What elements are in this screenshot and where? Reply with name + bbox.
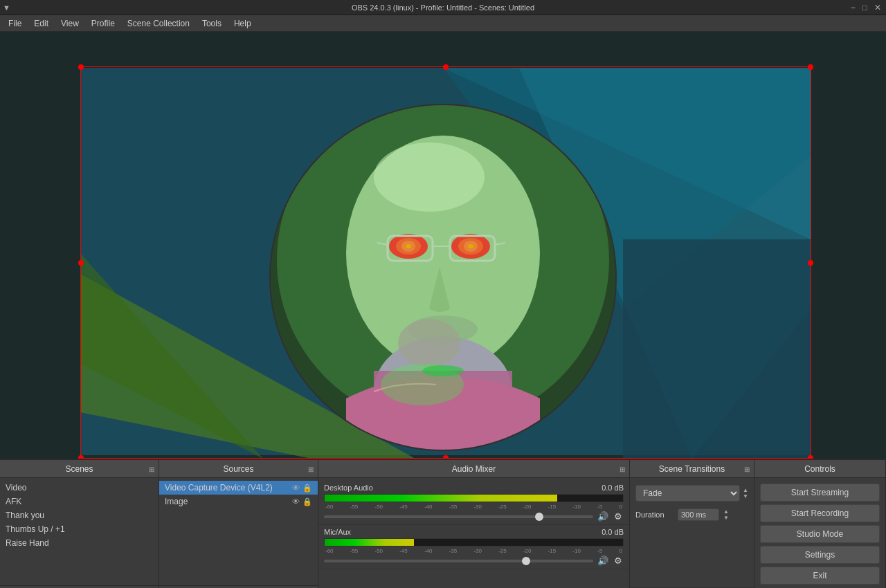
menu-file[interactable]: File	[3, 17, 27, 30]
scene-item-thankyou[interactable]: Thank you	[0, 508, 159, 522]
desktop-audio-bar	[325, 495, 557, 502]
mic-volume-thumb[interactable]	[522, 557, 530, 565]
source-item-image[interactable]: Image 👁 🔒	[159, 495, 318, 508]
tick: -55	[350, 504, 359, 510]
mic-settings-button[interactable]: ⚙	[613, 555, 624, 566]
desktop-audio-label: Desktop Audio	[324, 484, 373, 492]
audio-channel-mic-header: Mic/Aux 0.0 dB	[324, 528, 624, 536]
menu-help[interactable]: Help	[228, 17, 257, 30]
desktop-volume-thumb[interactable]	[535, 513, 543, 521]
controls-content: Start Streaming Start Recording Studio M…	[754, 478, 885, 588]
desktop-volume-slider[interactable]	[324, 515, 593, 518]
title-bar: ▼ OBS 24.0.3 (linux) - Profile: Untitled…	[0, 0, 886, 15]
desktop-mute-button[interactable]: 🔊	[596, 511, 610, 522]
controls-title: Controls	[804, 464, 835, 474]
tick: -5	[597, 548, 602, 554]
duration-down-arrow[interactable]: ▼	[723, 515, 729, 521]
window-minimize: ▼	[3, 3, 10, 12]
window-title: OBS 24.0.3 (linux) - Profile: Untitled -…	[352, 3, 534, 12]
transition-down-arrow[interactable]: ▼	[743, 494, 748, 499]
source-icons-video: 👁 🔒	[292, 484, 312, 493]
settings-button[interactable]: Settings	[760, 546, 880, 564]
mic-aux-meter	[324, 538, 624, 546]
tick: -20	[523, 548, 532, 554]
eye-icon[interactable]: 👁	[292, 484, 300, 493]
lock-icon-image[interactable]: 🔒	[302, 497, 312, 506]
duration-input[interactable]	[678, 508, 719, 521]
mic-mute-button[interactable]: 🔊	[596, 555, 610, 566]
start-streaming-button[interactable]: Start Streaming	[760, 484, 880, 502]
mic-aux-db: 0.0 dB	[602, 528, 624, 536]
audio-mixer-header: Audio Mixer ⊞	[318, 460, 629, 478]
sources-list: Video Capture Device (V4L2) 👁 🔒 Image 👁 …	[159, 478, 318, 585]
preview-area	[0, 32, 886, 459]
audio-mixer-panel: Audio Mixer ⊞ Desktop Audio 0.0 dB -60 -…	[318, 460, 630, 588]
desktop-audio-controls: 🔊 ⚙	[324, 511, 624, 522]
desktop-audio-meter	[324, 494, 624, 502]
menu-tools[interactable]: Tools	[197, 17, 227, 30]
tick: -50	[374, 548, 383, 554]
maximize-button[interactable]: □	[860, 3, 869, 12]
source-label-video-capture: Video Capture Device (V4L2)	[165, 483, 273, 493]
menu-edit[interactable]: Edit	[28, 17, 54, 30]
exit-button[interactable]: Exit	[760, 567, 880, 585]
tick: -5	[597, 504, 602, 510]
tick: -30	[473, 548, 482, 554]
scene-item-video[interactable]: Video	[0, 481, 159, 495]
sources-panel-header: Sources ⊞	[159, 460, 318, 478]
scene-item-raisehand[interactable]: Raise Hand	[0, 536, 159, 550]
eye-icon-image[interactable]: 👁	[292, 497, 300, 506]
transition-select-row: Fade Cut Swipe Slide ▲ ▼	[630, 481, 754, 506]
transition-select-dropdown[interactable]: Fade Cut Swipe Slide	[635, 485, 740, 502]
audio-mixer-title: Audio Mixer	[452, 464, 496, 474]
sources-footer: + − ⚙ ∧ ∨	[159, 585, 318, 588]
close-button[interactable]: ✕	[872, 3, 883, 12]
transitions-content: Fade Cut Swipe Slide ▲ ▼ Duration ▲ ▼	[630, 478, 754, 587]
controls-panel: Controls Start Streaming Start Recording…	[754, 460, 886, 588]
tick: -60	[325, 548, 334, 554]
menu-bar: File Edit View Profile Scene Collection …	[0, 15, 886, 32]
mic-aux-bar	[325, 539, 414, 546]
tick: -50	[374, 504, 383, 510]
minimize-button[interactable]: −	[849, 3, 858, 12]
tick: -15	[548, 548, 557, 554]
tick: -15	[548, 504, 557, 510]
lock-icon[interactable]: 🔒	[302, 484, 312, 493]
tick: -35	[449, 548, 458, 554]
tick: 0	[619, 548, 622, 554]
start-recording-button[interactable]: Start Recording	[760, 504, 880, 522]
audio-channel-desktop-header: Desktop Audio 0.0 dB	[324, 484, 624, 492]
desktop-audio-ticks: -60 -55 -50 -45 -40 -35 -30 -25 -20 -15 …	[324, 504, 624, 510]
duration-up-arrow[interactable]: ▲	[723, 509, 729, 515]
audio-mixer-expand-icon[interactable]: ⊞	[620, 465, 625, 472]
transitions-panel-header: Scene Transitions ⊞	[630, 460, 754, 478]
window-controls: − □ ✕	[849, 3, 883, 12]
tick: -45	[399, 504, 408, 510]
tick: -45	[399, 548, 408, 554]
menu-view[interactable]: View	[55, 17, 84, 30]
svg-rect-34	[270, 104, 616, 450]
studio-mode-button[interactable]: Studio Mode	[760, 525, 880, 543]
menu-profile[interactable]: Profile	[86, 17, 120, 30]
mic-volume-slider[interactable]	[324, 560, 593, 562]
tick: -40	[424, 548, 433, 554]
mic-audio-controls: 🔊 ⚙	[324, 555, 624, 566]
controls-panel-header: Controls	[754, 460, 885, 478]
menu-scene-collection[interactable]: Scene Collection	[122, 17, 195, 30]
sources-expand-icon[interactable]: ⊞	[308, 465, 314, 472]
transitions-expand-icon[interactable]: ⊞	[744, 465, 750, 472]
audio-channel-mic: Mic/Aux 0.0 dB -60 -55 -50 -45 -40 -35 -…	[318, 525, 629, 569]
scene-item-afk[interactable]: AFK	[0, 495, 159, 508]
sources-title: Sources	[223, 464, 253, 474]
tick: -20	[523, 504, 532, 510]
tick: -60	[325, 504, 334, 510]
duration-row: Duration ▲ ▼	[630, 506, 754, 524]
tick: -55	[350, 548, 359, 554]
scene-item-thumbsup[interactable]: Thumbs Up / +1	[0, 522, 159, 536]
bottom-panels: Scenes ⊞ Video AFK Thank you Thumbs Up /…	[0, 459, 886, 588]
desktop-settings-button[interactable]: ⚙	[613, 511, 624, 522]
scenes-expand-icon[interactable]: ⊞	[149, 465, 154, 472]
transition-up-arrow[interactable]: ▲	[743, 488, 748, 493]
tick: -10	[572, 548, 581, 554]
source-item-video-capture[interactable]: Video Capture Device (V4L2) 👁 🔒	[159, 481, 318, 495]
